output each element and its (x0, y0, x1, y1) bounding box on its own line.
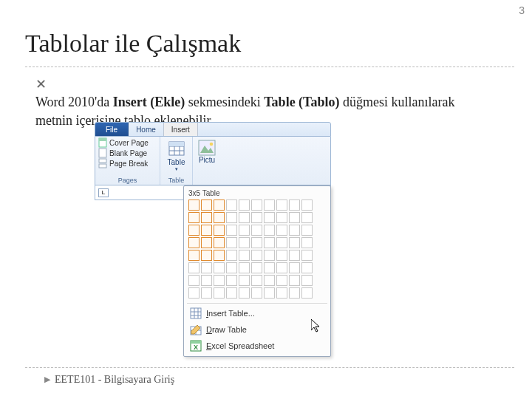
grid-cell[interactable] (214, 200, 225, 211)
grid-cell[interactable] (301, 225, 313, 236)
grid-cell[interactable] (239, 250, 250, 261)
ruler-tab-marker[interactable]: L (98, 188, 109, 197)
grid-cell[interactable] (226, 287, 237, 299)
table-dimension-label: 3x5 Table (187, 189, 327, 200)
grid-cell[interactable] (239, 237, 250, 248)
grid-cell[interactable] (214, 237, 225, 248)
grid-cell[interactable] (264, 275, 275, 286)
tab-file[interactable]: File (95, 123, 129, 136)
grid-cell[interactable] (226, 200, 237, 211)
grid-cell[interactable] (201, 250, 212, 261)
grid-cell[interactable] (188, 200, 200, 211)
grid-cell[interactable] (276, 287, 287, 299)
menu-item-label: Insert Table... (206, 309, 324, 318)
cover-page-button[interactable]: Cover Page (98, 138, 157, 147)
grid-cell[interactable] (251, 275, 262, 286)
grid-cell[interactable] (201, 200, 212, 211)
grid-cell[interactable] (264, 200, 275, 211)
grid-cell[interactable] (276, 225, 287, 236)
grid-cell[interactable] (264, 287, 275, 299)
grid-cell[interactable] (264, 262, 275, 273)
grid-cell[interactable] (251, 262, 262, 273)
grid-cell[interactable] (226, 262, 237, 273)
grid-cell[interactable] (239, 275, 250, 286)
grid-cell[interactable] (201, 287, 212, 299)
grid-cell[interactable] (276, 212, 287, 223)
grid-cell[interactable] (201, 212, 212, 223)
grid-cell[interactable] (251, 212, 262, 223)
grid-cell[interactable] (301, 287, 313, 299)
grid-cell[interactable] (226, 212, 237, 223)
grid-cell[interactable] (251, 200, 262, 211)
grid-cell[interactable] (188, 250, 200, 261)
menu-separator (187, 303, 327, 304)
grid-cell[interactable] (239, 287, 250, 299)
picture-button[interactable]: Pictu (196, 138, 218, 164)
grid-cell[interactable] (289, 237, 300, 248)
grid-cell[interactable] (201, 225, 212, 236)
grid-cell[interactable] (289, 212, 300, 223)
grid-cell[interactable] (276, 262, 287, 273)
tab-insert[interactable]: Insert (163, 123, 198, 136)
grid-cell[interactable] (188, 225, 200, 236)
excel-spreadsheet-menu[interactable]: XExcel Spreadsheet (187, 338, 327, 354)
table-button[interactable]: Table ▾ (163, 138, 189, 172)
grid-cell[interactable] (289, 225, 300, 236)
grid-cell[interactable] (301, 262, 313, 273)
grid-cell[interactable] (239, 225, 250, 236)
grid-cell[interactable] (264, 237, 275, 248)
grid-cell[interactable] (188, 275, 200, 286)
grid-cell[interactable] (214, 250, 225, 261)
insert-table-menu[interactable]: Insert Table... (187, 305, 327, 321)
blank-page-button[interactable]: Blank Page (98, 149, 157, 157)
page-break-button[interactable]: Page Break (98, 159, 157, 168)
pencil-icon (190, 324, 202, 335)
grid-cell[interactable] (226, 275, 237, 286)
grid-cell[interactable] (276, 200, 287, 211)
grid-cell[interactable] (239, 200, 250, 211)
ribbon-tabs: File Home Insert (95, 122, 331, 137)
grid-cell[interactable] (239, 262, 250, 273)
grid-cell[interactable] (201, 237, 212, 248)
grid-cell[interactable] (301, 237, 313, 248)
grid-cell[interactable] (276, 237, 287, 248)
grid-cell[interactable] (301, 250, 313, 261)
grid-cell[interactable] (188, 287, 200, 299)
grid-cell[interactable] (264, 250, 275, 261)
grid-cell[interactable] (188, 212, 200, 223)
grid-cell[interactable] (201, 262, 212, 273)
grid-cell[interactable] (289, 250, 300, 261)
table-size-grid[interactable] (187, 200, 327, 301)
grid-cell[interactable] (214, 287, 225, 299)
grid-cell[interactable] (251, 287, 262, 299)
grid-cell[interactable] (289, 200, 300, 211)
grid-cell[interactable] (226, 250, 237, 261)
grid-cell[interactable] (214, 212, 225, 223)
grid-cell[interactable] (201, 275, 212, 286)
grid-cell[interactable] (226, 237, 237, 248)
grid-cell[interactable] (276, 275, 287, 286)
svg-rect-3 (99, 159, 106, 163)
grid-cell[interactable] (264, 225, 275, 236)
grid-cell[interactable] (188, 262, 200, 273)
grid-cell[interactable] (214, 262, 225, 273)
grid-cell[interactable] (251, 250, 262, 261)
grid-cell[interactable] (264, 212, 275, 223)
grid-cell[interactable] (214, 225, 225, 236)
grid-cell[interactable] (276, 250, 287, 261)
grid-cell[interactable] (289, 287, 300, 299)
tab-home[interactable]: Home (129, 123, 163, 136)
grid-cell[interactable] (239, 212, 250, 223)
grid-cell[interactable] (301, 200, 313, 211)
grid-cell[interactable] (289, 275, 300, 286)
grid-cell[interactable] (251, 237, 262, 248)
grid-cell[interactable] (226, 225, 237, 236)
grid-cell[interactable] (251, 225, 262, 236)
grid-cell[interactable] (301, 275, 313, 286)
grid-cell[interactable] (214, 275, 225, 286)
draw-table-menu[interactable]: Draw Table (187, 321, 327, 338)
excel-icon: X (190, 340, 202, 352)
grid-cell[interactable] (289, 262, 300, 273)
grid-cell[interactable] (188, 237, 200, 248)
grid-cell[interactable] (301, 212, 313, 223)
